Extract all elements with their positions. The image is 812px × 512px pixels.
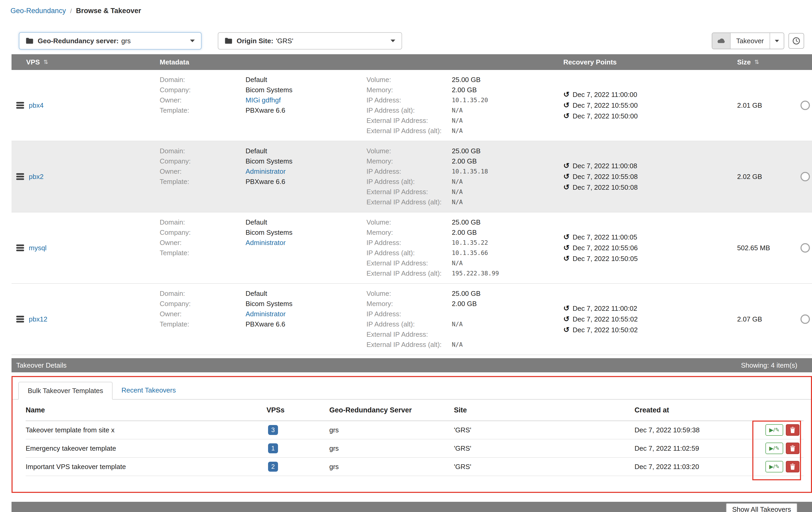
recovery-point[interactable]: Dec 7, 2022 10:50:08: [573, 182, 638, 193]
geo-redundancy-server-select[interactable]: Geo-Redundancy server: grs: [19, 32, 202, 50]
owner-link[interactable]: Administrator: [245, 239, 286, 247]
meta-label: External IP Address:: [367, 187, 452, 197]
sort-icon[interactable]: ⇅: [44, 59, 48, 65]
meta-label: Company:: [160, 85, 245, 95]
history-icon: ↺: [563, 326, 569, 333]
takeover-button[interactable]: Takeover: [731, 33, 771, 49]
meta-value-domain: Default: [245, 75, 367, 85]
breadcrumb: Geo-Redundancy/Browse & Takeover: [0, 0, 812, 15]
breadcrumb-parent-link[interactable]: Geo-Redundancy: [10, 7, 66, 15]
meta-value-ext-ip-alt: 195.222.38.99: [452, 268, 562, 278]
recovery-point[interactable]: Dec 7, 2022 11:00:05: [573, 232, 637, 243]
recovery-point[interactable]: Dec 7, 2022 10:50:00: [573, 111, 638, 122]
recovery-point[interactable]: Dec 7, 2022 10:55:08: [573, 171, 638, 182]
caret-down-icon: [775, 40, 779, 42]
meta-value-domain: Default: [245, 146, 367, 156]
recovery-point[interactable]: Dec 7, 2022 10:55:06: [573, 243, 638, 253]
col-header-geo-redundancy-server: Geo-Redundancy Server: [329, 406, 454, 414]
meta-label: IP Address:: [367, 166, 452, 177]
meta-value-template: PBXware 6.6: [245, 177, 367, 187]
meta-value-volume: 25.00 GB: [452, 75, 562, 85]
col-header-size[interactable]: Size: [737, 58, 751, 66]
meta-value-ip-alt: N/A: [452, 177, 562, 187]
template-site: 'GRS': [454, 444, 635, 453]
server-stack-icon: [16, 173, 24, 180]
recovery-point[interactable]: Dec 7, 2022 10:55:00: [573, 100, 638, 111]
meta-label: Company:: [160, 156, 245, 166]
col-header-vps[interactable]: VPS: [26, 58, 40, 66]
vps-name-link[interactable]: pbx2: [29, 173, 44, 181]
delete-template-button[interactable]: [786, 461, 800, 473]
origin-site-select[interactable]: Origin Site: 'GRS': [218, 32, 402, 50]
meta-value-ip: 10.1.35.18: [452, 166, 562, 177]
recovery-point[interactable]: Dec 7, 2022 10:50:05: [573, 253, 638, 264]
col-header-site: Site: [454, 406, 635, 414]
owner-link[interactable]: MIGi gdfhgf: [245, 96, 281, 104]
meta-label: Company:: [160, 299, 245, 309]
meta-value-ext-ip: N/A: [452, 258, 562, 268]
owner-link[interactable]: Administrator: [245, 310, 286, 318]
cloud-icon: [717, 37, 726, 44]
meta-value-template: PBXware 6.6: [245, 319, 367, 329]
vps-name-link[interactable]: mysql: [29, 244, 47, 252]
meta-label: Memory:: [367, 85, 452, 95]
filter-controls: Geo-Redundancy server: grs Origin Site: …: [19, 32, 804, 50]
vps-row: pbx2 Domain: Company: Owner: Template: D…: [11, 141, 812, 213]
meta-value-volume: 25.00 GB: [452, 217, 562, 227]
vps-size: 2.01 GB: [735, 75, 799, 136]
templates-table-header: Name VPSs Geo-Redundancy Server Site Cre…: [26, 400, 804, 421]
meta-value-ip-alt: 10.1.35.66: [452, 248, 562, 258]
show-all-takeovers-button[interactable]: Show All Takeovers: [726, 503, 798, 512]
history-clock-button[interactable]: [788, 33, 804, 49]
meta-value-ip-alt: N/A: [452, 105, 562, 115]
history-icon: ↺: [563, 316, 569, 323]
recovery-point[interactable]: Dec 7, 2022 11:00:00: [573, 89, 637, 100]
meta-value-ip: 10.1.35.20: [452, 95, 562, 105]
history-icon: ↺: [563, 234, 569, 241]
col-header-vpss: VPSs: [266, 406, 329, 414]
meta-label: Domain:: [160, 289, 245, 299]
select-vps-radio[interactable]: [801, 101, 810, 110]
delete-template-button[interactable]: [786, 442, 800, 454]
tab-bulk-takeover-templates[interactable]: Bulk Takeover Templates: [18, 382, 113, 400]
history-icon: ↺: [563, 184, 569, 191]
template-name: Important VPS takeover template: [26, 463, 266, 471]
select-vps-radio[interactable]: [801, 243, 810, 252]
recovery-point[interactable]: Dec 7, 2022 11:00:02: [573, 303, 637, 314]
vps-size: 2.02 GB: [735, 146, 799, 207]
meta-value-company: Bicom Systems: [245, 156, 367, 166]
annotation-rectangle-templates-panel: Bulk Takeover Templates Recent Takeovers…: [11, 376, 812, 493]
server-select-value: grs: [121, 37, 130, 45]
recovery-point[interactable]: Dec 7, 2022 10:55:02: [573, 314, 638, 325]
vps-name-link[interactable]: pbx4: [29, 101, 44, 110]
tab-recent-takeovers[interactable]: Recent Takeovers: [113, 382, 185, 399]
vps-row: mysql Domain: Company: Owner: Template: …: [11, 213, 812, 284]
meta-label: IP Address (alt):: [367, 248, 452, 258]
meta-label: External IP Address:: [367, 115, 452, 126]
meta-label: IP Address:: [367, 238, 452, 248]
meta-label: External IP Address (alt):: [367, 268, 452, 278]
run-edit-template-button[interactable]: ▶/✎: [765, 424, 783, 436]
cloud-takeover-icon-button[interactable]: [712, 33, 731, 49]
meta-value-company: Bicom Systems: [245, 85, 367, 95]
meta-label: Volume:: [367, 75, 452, 85]
template-site: 'GRS': [454, 426, 635, 434]
delete-template-button[interactable]: [786, 424, 800, 436]
history-icon: ↺: [563, 162, 569, 169]
sort-icon[interactable]: ⇅: [754, 59, 759, 65]
takeover-dropdown-toggle[interactable]: [770, 33, 784, 49]
owner-link[interactable]: Administrator: [245, 167, 286, 175]
meta-value-ext-ip: N/A: [452, 187, 562, 197]
vps-size: 502.65 MB: [735, 217, 799, 278]
select-vps-radio[interactable]: [801, 315, 810, 324]
recovery-point[interactable]: Dec 7, 2022 11:00:08: [573, 161, 637, 171]
template-site: 'GRS': [454, 463, 635, 471]
vps-row: pbx12 Domain: Company: Owner: Template: …: [11, 284, 812, 355]
meta-value-domain: Default: [245, 217, 367, 227]
recovery-point[interactable]: Dec 7, 2022 10:50:02: [573, 325, 638, 335]
run-edit-template-button[interactable]: ▶/✎: [765, 461, 783, 473]
select-vps-radio[interactable]: [801, 172, 810, 181]
run-edit-template-button[interactable]: ▶/✎: [765, 442, 783, 454]
vps-name-link[interactable]: pbx12: [29, 315, 48, 323]
meta-label: Domain:: [160, 146, 245, 156]
